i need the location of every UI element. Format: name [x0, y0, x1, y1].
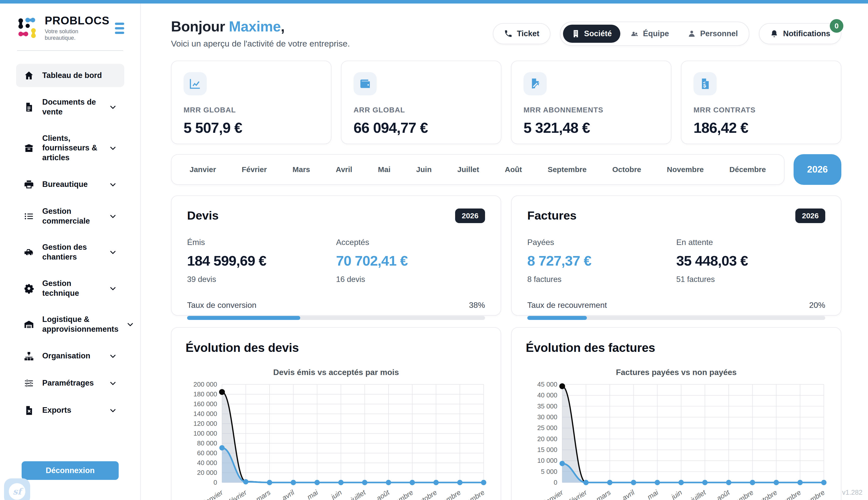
month-tab-septembre[interactable]: Septembre [548, 165, 587, 174]
greeting-block: Bonjour Maxime, Voici un aperçu de l'act… [171, 18, 350, 48]
svg-text:120 000: 120 000 [193, 420, 217, 427]
chevron-down-icon [109, 249, 117, 256]
kpi-value: 66 094,77 € [354, 119, 489, 136]
sidebar-item-documents-de-vente[interactable]: Documents de vente [16, 91, 124, 123]
list-icon [24, 211, 34, 221]
month-tab-octobre[interactable]: Octobre [612, 165, 641, 174]
logout-button[interactable]: Déconnexion [22, 461, 119, 480]
phone-icon [504, 30, 512, 38]
month-tab-mai[interactable]: Mai [378, 165, 391, 174]
svg-text:0: 0 [213, 479, 217, 486]
factures-rate-label: Taux de recouvrement [527, 300, 607, 310]
svg-text:avril: avril [621, 488, 636, 500]
factures-title: Factures [527, 208, 577, 222]
sidebar-item-organisation[interactable]: Organisation [16, 344, 124, 368]
kpi-label: MRR GLOBAL [184, 106, 319, 114]
brand-name: PROBLOCS [45, 15, 109, 26]
devis-title: Devis [187, 208, 219, 222]
symfony-toolbar-button[interactable]: sf [4, 478, 30, 500]
svg-text:160 000: 160 000 [193, 400, 217, 408]
scope-personnel[interactable]: Personnel [679, 25, 746, 43]
svg-text:45 000: 45 000 [537, 380, 557, 388]
notifications-button[interactable]: Notifications [759, 23, 841, 44]
kpi-card-arr-global: ARR GLOBAL66 094,77 € [341, 61, 501, 144]
kpi-label: ARR GLOBAL [354, 106, 489, 114]
sidebar-item-label: Paramétrages [42, 378, 94, 388]
sidebar-item-clients-fournisseurs-articles[interactable]: Clients, fournisseurs & articles [16, 127, 124, 169]
chevron-down-icon [109, 407, 117, 414]
sidebar-item-label: Gestion des chantiers [42, 242, 101, 262]
sidebar-item-tableau-de-bord[interactable]: Tableau de bord [16, 64, 124, 87]
devis-acceptes-block: Acceptés 70 702,41 € 16 devis [336, 238, 485, 284]
wallet-icon [359, 78, 371, 90]
sidebar-item-bureautique[interactable]: Bureautique [16, 173, 124, 196]
sidebar-item-gestion-des-chantiers[interactable]: Gestion des chantiers [16, 236, 124, 268]
sidebar-item-label: Documents de vente [42, 97, 101, 117]
top-accent-bar [0, 0, 868, 3]
kpi-value: 186,42 € [694, 119, 829, 136]
year-button[interactable]: 2026 [794, 154, 841, 185]
file-signature-icon [529, 78, 541, 90]
sidebar-item-gestion-technique[interactable]: Gestion technique [16, 272, 124, 305]
factures-payees-value: 8 727,37 € [527, 252, 676, 269]
month-tab-decembre[interactable]: Décembre [729, 165, 766, 174]
svg-text:mai: mai [646, 488, 660, 500]
sidebar-item-label: Organisation [42, 351, 90, 361]
chart-subtitle: Factures payées vs non payées [526, 368, 827, 377]
kpi-value: 5 507,9 € [184, 119, 319, 136]
month-tab-juillet[interactable]: Juillet [458, 165, 479, 174]
svg-text:200 000: 200 000 [193, 380, 217, 388]
month-tab-mars[interactable]: Mars [292, 165, 310, 174]
sidebar-item-label: Gestion commerciale [42, 206, 101, 226]
header-actions: Ticket SociétéÉquipePersonnel Notificati… [493, 22, 841, 46]
symfony-logo-icon: sf [9, 483, 25, 500]
factures-attente-value: 35 448,03 € [676, 252, 825, 269]
sidebar-item-exports[interactable]: Exports [16, 399, 124, 422]
building-icon [571, 30, 580, 38]
month-tab-avril[interactable]: Avril [336, 165, 352, 174]
kpi-card-mrr-abonnements: MRR ABONNEMENTS5 321,48 € [511, 61, 671, 144]
svg-text:juillet: juillet [689, 488, 708, 500]
month-tab-novembre[interactable]: Novembre [667, 165, 704, 174]
chart-title: Évolution des factures [526, 341, 827, 355]
svg-text:20 000: 20 000 [537, 435, 557, 443]
svg-text:février: février [227, 488, 248, 500]
menu-toggle-icon[interactable] [115, 20, 124, 36]
ticket-button[interactable]: Ticket [493, 23, 551, 44]
month-tab-aout[interactable]: Août [505, 165, 522, 174]
svg-text:140 000: 140 000 [193, 410, 217, 418]
devis-progress-bar [187, 316, 485, 320]
month-filter-row: JanvierFévrierMarsAvrilMaiJuinJuilletAoû… [171, 154, 841, 185]
notifications-wrap: Notifications 0 [759, 23, 841, 44]
factures-payees-count: 8 factures [527, 275, 676, 284]
month-tab-juin[interactable]: Juin [416, 165, 432, 174]
document-icon [24, 102, 34, 112]
truck-icon [24, 247, 34, 258]
month-tabs: JanvierFévrierMarsAvrilMaiJuinJuilletAoû… [171, 154, 785, 185]
sliders-icon [24, 378, 34, 389]
kpi-label: MRR ABONNEMENTS [523, 106, 659, 114]
chevron-down-icon [109, 181, 117, 189]
sidebar-item-gestion-commerciale[interactable]: Gestion commerciale [16, 200, 124, 232]
svg-text:180 000: 180 000 [193, 390, 217, 398]
svg-text:0: 0 [554, 479, 557, 486]
sidebar-item-label: Exports [42, 406, 71, 415]
sidebar-item-logistique-approvisionnements[interactable]: Logistique & approvisionnements [16, 308, 124, 341]
sitemap-icon [24, 351, 34, 361]
scope-societe[interactable]: Société [563, 25, 620, 43]
svg-text:octobre: octobre [414, 488, 438, 500]
sidebar-item-label: Bureautique [42, 180, 88, 189]
sidebar-item-parametrages[interactable]: Paramétrages [16, 372, 124, 395]
svg-text:mai: mai [306, 488, 320, 500]
scope-equipe[interactable]: Équipe [622, 25, 678, 43]
page-subtitle: Voici un aperçu de l'activité de votre e… [171, 39, 350, 48]
svg-text:25 000: 25 000 [537, 424, 557, 432]
sidebar: PROBLOCS Votre solution bureautique. Tab… [0, 3, 141, 500]
factures-rate-value: 20% [809, 300, 825, 310]
chart-plot: 05 00010 00015 00020 00025 00030 00035 0… [526, 380, 827, 500]
month-tab-fevrier[interactable]: Février [242, 165, 267, 174]
factures-progress-bar [527, 316, 825, 320]
devis-acceptes-value: 70 702,41 € [336, 252, 485, 269]
month-tab-janvier[interactable]: Janvier [189, 165, 216, 174]
box-icon [24, 143, 34, 154]
